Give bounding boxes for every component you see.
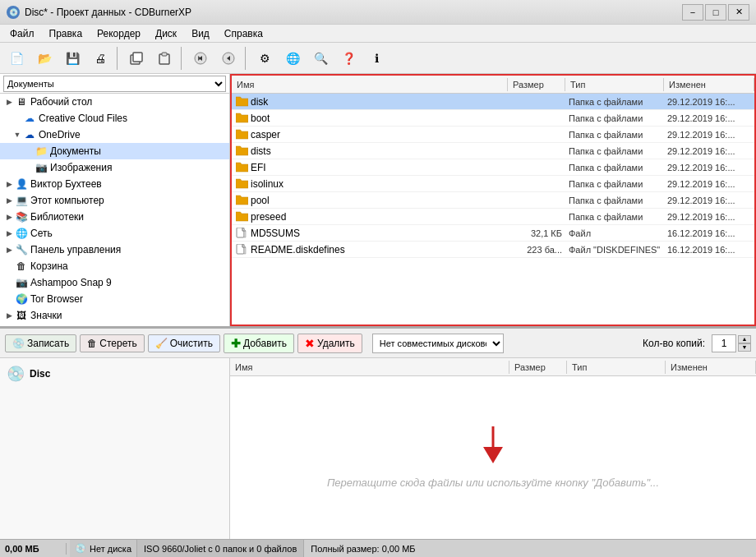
folder-address-select[interactable]: Документы [3, 76, 226, 92]
copies-label: Кол-во копий: [643, 338, 705, 349]
file-row-efi[interactable]: EFI Папка с файлами 29.12.2019 16:... [232, 159, 754, 176]
tree-label-docs: Документы [50, 145, 101, 157]
minimize-button[interactable]: − [682, 4, 703, 21]
menu-edit[interactable]: Правка [43, 26, 90, 41]
nav-back-button[interactable] [187, 46, 214, 71]
tree-item-tor[interactable]: 🌍 Tor Browser [0, 291, 229, 307]
file-name-disk: disk [251, 96, 268, 108]
file-row-boot[interactable]: boot Папка с файлами 29.12.2019 16:... [232, 110, 754, 127]
tree-item-libraries[interactable]: ▶ 📚 Библиотеки [0, 209, 229, 225]
tree-item-images[interactable]: 📷 Изображения [0, 159, 229, 176]
save-button[interactable]: 💾 [59, 46, 85, 71]
delete-button[interactable]: ✖ Удалить [297, 334, 362, 353]
file-row-disk[interactable]: disk Папка с файлами 29.12.2019 16:... [232, 94, 754, 110]
close-button[interactable]: ✕ [728, 4, 749, 21]
tree-item-ashampoo[interactable]: 📷 Ashampoo Snap 9 [0, 274, 229, 291]
file-row-isolinux[interactable]: isolinux Папка с файлами 29.12.2019 16:.… [232, 176, 754, 192]
expander-network[interactable]: ▶ [3, 228, 15, 239]
folder-tree: ▶ 🖥 Рабочий стол ☁ Creative Cloud Files … [0, 94, 229, 326]
file-date-boot: 29.12.2019 16:... [664, 113, 754, 123]
drive-combo[interactable]: Нет совместимых дисково... [372, 334, 504, 353]
settings-button[interactable]: ⚙ [251, 46, 278, 71]
file-row-dists[interactable]: dists Папка с файлами 29.12.2019 16:... [232, 143, 754, 159]
file-list-header: Имя Размер Тип Изменен [232, 76, 754, 94]
tree-label-onedrive: OneDrive [39, 129, 81, 140]
tree-item-network[interactable]: ▶ 🌐 Сеть [0, 225, 229, 242]
menu-disc[interactable]: Диск [149, 26, 183, 41]
tree-item-computer[interactable]: ▶ 💻 Этот компьютер [0, 192, 229, 209]
tree-item-control-panel[interactable]: ▶ 🔧 Панель управления [0, 242, 229, 258]
file-type-readme: Файл "DISKDEFINES" [565, 245, 664, 255]
disc-col-header-date[interactable]: Изменен [666, 361, 756, 374]
new-button[interactable]: 📄 [3, 46, 30, 71]
expander-creative[interactable] [12, 113, 23, 124]
expander-control[interactable]: ▶ [3, 244, 15, 255]
file-icon-readme [235, 243, 248, 256]
tree-label-victor: Виктор Бухтеев [30, 178, 102, 190]
paste-button[interactable] [151, 46, 177, 71]
open-button[interactable]: 📂 [31, 46, 58, 71]
col-header-date[interactable]: Изменен [664, 78, 754, 91]
col-header-type[interactable]: Тип [565, 78, 664, 91]
tree-item-onedrive[interactable]: ▼ ☁ OneDrive [0, 127, 229, 143]
expander-tor[interactable] [3, 293, 15, 305]
tree-item-victor[interactable]: ▶ 👤 Виктор Бухтеев [0, 176, 229, 192]
disc-label: Disc [30, 368, 50, 380]
nav-forward-button[interactable] [215, 46, 242, 71]
disc-col-header-size[interactable]: Размер [509, 361, 567, 374]
copies-input[interactable] [712, 334, 736, 352]
file-row-pool[interactable]: pool Папка с файлами 29.12.2019 16:... [232, 192, 754, 209]
info-button[interactable]: ℹ [363, 46, 390, 71]
expander-trash[interactable] [3, 260, 15, 272]
file-row-casper[interactable]: casper Папка с файлами 29.12.2019 16:... [232, 127, 754, 143]
expander-ashampoo[interactable] [3, 277, 15, 288]
spin-up-button[interactable]: ▲ [738, 335, 751, 343]
icons-icon: 🖼 [15, 309, 28, 322]
globe-button[interactable]: 🌐 [279, 46, 306, 71]
expander-docs[interactable] [23, 145, 35, 157]
disc-status-icon: 💿 [75, 543, 86, 554]
write-button[interactable]: 💿 Записать [5, 334, 76, 352]
copy-button[interactable] [123, 46, 150, 71]
action-toolbar: 💿 Записать 🗑 Стереть 🧹 Очистить ✚ Добави… [0, 329, 756, 358]
expander-onedrive[interactable]: ▼ [12, 129, 23, 140]
menu-help[interactable]: Справка [218, 26, 270, 41]
maximize-button[interactable]: □ [705, 4, 726, 21]
print-button[interactable]: 🖨 [87, 46, 113, 71]
lower-pane: 💿 Disc Имя Размер Тип Изменен Перетащите… [0, 358, 756, 539]
add-button[interactable]: ✚ Добавить [224, 334, 294, 353]
file-type-isolinux: Папка с файлами [565, 179, 664, 189]
col-header-size[interactable]: Размер [508, 78, 565, 91]
folder-icon-isolinux [235, 177, 248, 191]
menu-recorder[interactable]: Рекордер [90, 26, 147, 41]
expander-computer[interactable]: ▶ [3, 195, 15, 206]
expander-victor[interactable]: ▶ [3, 178, 15, 190]
disc-col-header-type[interactable]: Тип [567, 361, 666, 374]
erase-button[interactable]: 🗑 Стереть [80, 334, 144, 352]
clear-button[interactable]: 🧹 Очистить [148, 334, 220, 352]
clear-label: Очистить [170, 338, 213, 349]
file-row-readme[interactable]: README.diskdefines 223 ба... Файл "DISKD… [232, 242, 754, 258]
tree-item-creative[interactable]: ☁ Creative Cloud Files [0, 110, 229, 127]
spin-down-button[interactable]: ▼ [738, 343, 751, 352]
expander-images[interactable] [23, 162, 35, 173]
help-button[interactable]: ❓ [335, 46, 362, 71]
search-button[interactable]: 🔍 [307, 46, 334, 71]
expander-icons[interactable]: ▶ [3, 310, 15, 321]
file-row-md5[interactable]: MD5SUMS 32,1 КБ Файл 16.12.2019 16:... [232, 225, 754, 242]
expander-desktop[interactable]: ▶ [3, 96, 15, 108]
tree-item-documents[interactable]: 📁 Документы [0, 143, 229, 159]
file-row-preseed[interactable]: preseed Папка с файлами 29.12.2019 16:..… [232, 209, 754, 225]
disc-col-header-name[interactable]: Имя [230, 361, 509, 374]
window-title: Disc* - Проект данных - CDBurnerXP [25, 7, 191, 18]
tree-item-trash[interactable]: 🗑 Корзина [0, 258, 229, 274]
folder-icon-boot [235, 112, 248, 125]
expander-libraries[interactable]: ▶ [3, 211, 15, 223]
tree-item-icons[interactable]: ▶ 🖼 Значки [0, 307, 229, 324]
tree-item-desktop[interactable]: ▶ 🖥 Рабочий стол [0, 94, 229, 110]
col-header-name[interactable]: Имя [232, 78, 508, 91]
menu-view[interactable]: Вид [185, 26, 216, 41]
menu-bar: Файл Правка Рекордер Диск Вид Справка [0, 25, 756, 43]
status-total: Полный размер: 0,00 МБ [304, 544, 422, 554]
menu-file[interactable]: Файл [3, 26, 41, 41]
